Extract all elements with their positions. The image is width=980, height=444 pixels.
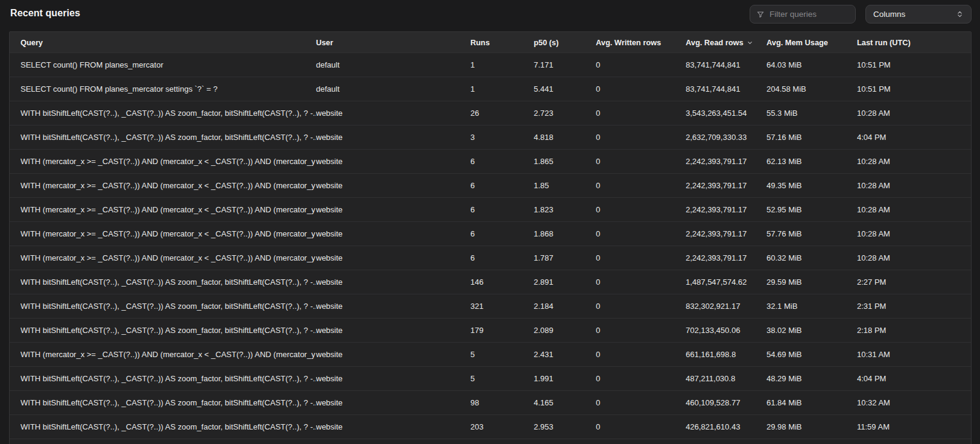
last-run-cell: 2:27 PM <box>857 278 971 287</box>
columns-dropdown-label: Columns <box>873 10 905 19</box>
written-rows-cell: 0 <box>596 422 686 431</box>
read-rows-cell: 2,242,393,791.17 <box>686 253 767 262</box>
read-rows-cell: 2,242,393,791.17 <box>686 157 767 166</box>
last-run-cell: 10:28 AM <box>857 181 971 190</box>
mem-usage-cell: 61.84 MiB <box>767 398 857 407</box>
column-header-p50[interactable]: p50 (s) <box>534 38 596 47</box>
column-header-last_run[interactable]: Last run (UTC) <box>857 38 971 47</box>
column-header-query[interactable]: Query <box>21 38 316 47</box>
runs-cell: 203 <box>470 422 534 431</box>
table-row[interactable]: WITH (mercator_x >= _CAST(?..)) AND (mer… <box>10 173 971 197</box>
mem-usage-cell: 62.13 MiB <box>767 157 857 166</box>
user-cell: website <box>316 205 470 214</box>
column-header-written[interactable]: Avg. Written rows <box>596 38 686 47</box>
filter-queries-input[interactable] <box>770 10 849 19</box>
p50-cell: 2.723 <box>534 109 596 118</box>
query-cell: WITH (mercator_x >= _CAST(?..)) AND (mer… <box>21 350 316 359</box>
p50-cell: 2.089 <box>534 326 596 335</box>
read-rows-cell: 661,161,698.8 <box>686 350 767 359</box>
user-cell: website <box>316 229 470 238</box>
user-cell: website <box>316 326 470 335</box>
table-row[interactable]: WITH bitShiftLeft(CAST(?..), _CAST(?..))… <box>10 366 971 390</box>
table-row[interactable]: WITH (mercator_x >= _CAST(?..)) AND (mer… <box>10 221 971 246</box>
top-bar: Recent queries Columns <box>0 0 980 31</box>
column-header-mem[interactable]: Avg. Mem Usage <box>767 38 857 47</box>
table-row[interactable]: WITH (mercator_x >= _CAST(?..)) AND (mer… <box>10 246 971 270</box>
user-cell: website <box>316 157 470 166</box>
column-header-runs[interactable]: Runs <box>470 38 534 47</box>
written-rows-cell: 0 <box>596 350 686 359</box>
written-rows-cell: 0 <box>596 253 686 262</box>
table-row[interactable]: WITH bitShiftLeft(CAST(?..), _CAST(?..))… <box>10 390 971 414</box>
query-cell: WITH bitShiftLeft(CAST(?..), _CAST(?..))… <box>21 133 316 142</box>
mem-usage-cell: 52.95 MiB <box>767 205 857 214</box>
written-rows-cell: 0 <box>596 398 686 407</box>
last-run-cell: 10:28 AM <box>857 109 971 118</box>
runs-cell: 6 <box>470 229 534 238</box>
chevron-up-down-icon <box>956 10 964 18</box>
recent-queries-table: Query User Runs p50 (s) Avg. Written row… <box>9 31 972 444</box>
table-row[interactable]: WITH (mercator_x >= _CAST(?..)) AND (mer… <box>10 149 971 173</box>
mem-usage-cell: 38.02 MiB <box>767 326 857 335</box>
read-rows-cell: 426,821,610.43 <box>686 422 767 431</box>
table-row[interactable]: WITH (mercator_x >= _CAST(?..)) AND (mer… <box>10 342 971 366</box>
written-rows-cell: 0 <box>596 326 686 335</box>
toolbar-controls: Columns <box>750 5 972 24</box>
user-cell: website <box>316 302 470 311</box>
runs-cell: 1 <box>470 84 534 94</box>
table-row[interactable]: WITH bitShiftLeft(CAST(?..), _CAST(?..))… <box>10 125 971 149</box>
column-header-user[interactable]: User <box>316 38 470 47</box>
user-cell: website <box>316 422 470 431</box>
user-cell: default <box>316 84 470 94</box>
filter-queries-input-wrapper[interactable] <box>750 5 856 24</box>
query-cell: WITH (mercator_x >= _CAST(?..)) AND (mer… <box>21 253 316 262</box>
user-cell: website <box>316 278 470 287</box>
runs-cell: 6 <box>470 205 534 214</box>
query-cell: SELECT count() FROM planes_mercator <box>21 60 316 69</box>
runs-cell: 146 <box>470 278 534 287</box>
read-rows-cell: 1,487,547,574.62 <box>686 278 767 287</box>
runs-cell: 98 <box>470 398 534 407</box>
read-rows-cell: 2,242,393,791.17 <box>686 229 767 238</box>
columns-dropdown-button[interactable]: Columns <box>865 5 972 24</box>
read-rows-cell: 460,109,528.77 <box>686 398 767 407</box>
user-cell: website <box>316 181 470 190</box>
mem-usage-cell: 54.69 MiB <box>767 350 857 359</box>
runs-cell: 5 <box>470 374 534 383</box>
table-row[interactable]: WITH bitShiftLeft(CAST(?..), _CAST(?..))… <box>10 270 971 294</box>
runs-cell: 5 <box>470 350 534 359</box>
last-run-cell: 10:28 AM <box>857 157 971 166</box>
query-cell: WITH bitShiftLeft(CAST(?..), _CAST(?..))… <box>21 326 316 335</box>
table-row[interactable]: WITH bitShiftLeft(CAST(?..), _CAST(?..))… <box>10 318 971 342</box>
mem-usage-cell: 55.3 MiB <box>767 109 857 118</box>
written-rows-cell: 0 <box>596 60 686 69</box>
mem-usage-cell: 32.1 MiB <box>767 302 857 311</box>
table-row[interactable]: WITH bitShiftLeft(CAST(?..), _CAST(?..))… <box>10 101 971 125</box>
table-row[interactable] <box>10 439 971 444</box>
page-title: Recent queries <box>10 8 80 19</box>
written-rows-cell: 0 <box>596 278 686 287</box>
read-rows-cell: 83,741,744,841 <box>686 84 767 94</box>
p50-cell: 5.441 <box>534 84 596 94</box>
table-row[interactable]: SELECT count() FROM planes_mercator defa… <box>10 52 971 77</box>
query-cell: SELECT count() FROM planes_mercator sett… <box>21 84 316 94</box>
table-row[interactable]: WITH bitShiftLeft(CAST(?..), _CAST(?..))… <box>10 414 971 439</box>
last-run-cell: 2:31 PM <box>857 302 971 311</box>
p50-cell: 1.991 <box>534 374 596 383</box>
column-header-read[interactable]: Avg. Read rows <box>686 38 767 47</box>
query-cell: WITH bitShiftLeft(CAST(?..), _CAST(?..))… <box>21 302 316 311</box>
mem-usage-cell: 57.76 MiB <box>767 229 857 238</box>
table-row[interactable]: SELECT count() FROM planes_mercator sett… <box>10 77 971 101</box>
written-rows-cell: 0 <box>596 205 686 214</box>
written-rows-cell: 0 <box>596 229 686 238</box>
table-row[interactable]: WITH (mercator_x >= _CAST(?..)) AND (mer… <box>10 197 971 221</box>
written-rows-cell: 0 <box>596 302 686 311</box>
read-rows-cell: 487,211,030.8 <box>686 374 767 383</box>
read-rows-cell: 2,632,709,330.33 <box>686 133 767 142</box>
p50-cell: 2.431 <box>534 350 596 359</box>
table-row[interactable]: WITH bitShiftLeft(CAST(?..), _CAST(?..))… <box>10 294 971 318</box>
p50-cell: 2.184 <box>534 302 596 311</box>
last-run-cell: 11:59 AM <box>857 422 971 431</box>
user-cell: website <box>316 109 470 118</box>
last-run-cell: 4:04 PM <box>857 374 971 383</box>
